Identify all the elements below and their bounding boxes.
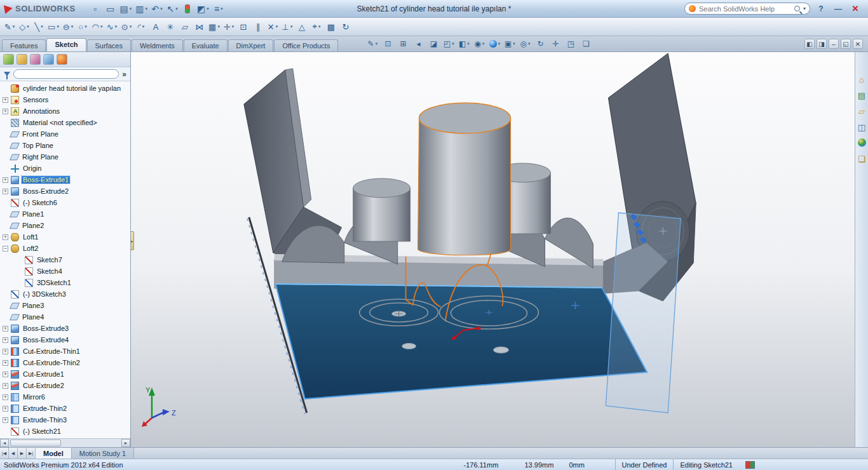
tree-item[interactable]: Top Plane [0,140,130,151]
point-tool[interactable]: ✳ [163,19,177,34]
grid-tool[interactable]: ▩ [324,19,338,34]
options-button[interactable]: ≡ [212,2,226,16]
displaymanager-tab[interactable] [57,54,67,65]
trim-entities-tool[interactable]: ✕ [266,19,280,34]
instant3d-tool[interactable]: ↻ [339,19,353,34]
tree-item[interactable]: + Sensors [0,94,130,105]
more-tabs-chevron[interactable]: » [122,70,126,79]
tree-item[interactable]: Plane1 [0,208,130,220]
arc-tool[interactable]: ◠ [90,19,104,34]
expand-toggle-icon[interactable]: + [3,326,8,332]
tree-item[interactable]: + Cut-Extrude-Thin2 [0,357,130,368]
tree-item[interactable]: + Boss-Extrude4 [0,334,130,346]
scrollbar-thumb[interactable] [10,440,61,446]
fillet-tool[interactable]: ◜ [134,19,148,34]
tree-item[interactable]: Sketch4 [0,265,130,277]
sketch-plane21[interactable] [606,213,681,413]
section-view-button[interactable]: ◪ [426,37,440,50]
tree-filter-input[interactable] [13,69,119,79]
zoom-to-fit-button[interactable]: ⊡ [381,37,395,50]
expand-toggle-icon[interactable]: + [3,109,8,114]
search-icon[interactable] [794,6,800,11]
tree-item[interactable]: cylinder head tutorial ile yapılan [0,83,130,94]
previous-view-button[interactable]: ◂ [411,37,425,50]
help-search-box[interactable]: ▾ [684,3,810,15]
appearances-icon[interactable]: ● [857,138,867,149]
tree-item[interactable]: Plane2 [0,220,130,231]
viewport-canvas[interactable]: Y Z [131,52,855,447]
display-style-button[interactable]: ◧ [457,37,471,50]
tab-scroll-prev[interactable]: ◀ [9,448,18,459]
configurationmanager-tab[interactable] [30,54,41,65]
tree-item[interactable]: 3DSketch1 [0,277,130,288]
search-dropdown-icon[interactable]: ▾ [803,6,806,11]
quick-snaps-tool[interactable]: ⌖ [309,19,323,34]
print-button[interactable]: ▥ [134,2,149,16]
sketch-tool[interactable]: ✎ [3,19,17,34]
expand-toggle-icon[interactable]: − [3,246,8,252]
design-library-icon[interactable]: ▤ [857,91,867,101]
exit-sketch-button[interactable]: ✎ [365,37,379,50]
expand-toggle-icon[interactable]: + [3,189,8,194]
convert-entities-tool[interactable]: ⊡ [236,19,250,34]
tree-item[interactable]: + Boss-Extrude3 [0,323,130,334]
3d-drawing-view-button[interactable]: ◳ [564,37,578,50]
dimxpertmanager-tab[interactable] [43,54,54,65]
tree-item[interactable]: + Mirror6 [0,391,130,403]
tree-item[interactable]: (-) Sketch21 [0,426,130,437]
edit-color-button[interactable]: ◩ [196,2,210,16]
tab-features[interactable]: Features [2,39,46,51]
quick-tips-icon[interactable] [745,461,755,469]
mirror-entities-tool[interactable]: ⋈ [193,19,207,34]
tree-item[interactable]: − Loft2 [0,243,130,254]
tree-item[interactable]: + Loft1 [0,231,130,243]
file-explorer-icon[interactable]: ▱ [857,107,867,117]
tree-item[interactable]: + Boss-Extrude1 [0,174,130,185]
undo-button[interactable]: ↶ [150,2,164,16]
tab-scroll-next[interactable]: ▶ [18,448,27,459]
smart-dimension-tool[interactable]: ◇ [17,19,31,34]
tree-item[interactable]: + Boss-Extrude2 [0,185,130,197]
tree-item[interactable]: Front Plane [0,128,130,140]
close-doc-button[interactable]: ✕ [853,39,863,49]
tree-horizontal-scrollbar[interactable]: ◂ ▸ [0,438,130,447]
close-button[interactable]: ✕ [849,3,862,15]
tab-office-products[interactable]: Office Products [274,39,338,51]
featuremanager-tab[interactable] [3,54,14,65]
expand-toggle-icon[interactable]: + [3,337,8,343]
tree-item[interactable]: + Extrude-Thin2 [0,403,130,414]
tree-item[interactable]: + Extrude-Thin3 [0,414,130,426]
search-input[interactable] [699,5,791,13]
tree-item[interactable]: Plane3 [0,300,130,311]
tab-surfaces[interactable]: Surfaces [87,39,131,51]
scroll-left-icon[interactable]: ◂ [0,439,9,447]
select-button[interactable]: ↖ [165,2,179,16]
repair-sketch-tool[interactable]: △ [295,19,309,34]
expand-toggle-icon[interactable]: + [3,406,8,412]
expand-toggle-icon[interactable]: + [3,234,8,240]
panel-splitter-handle[interactable]: ◂▸ [131,231,134,250]
ref-pane-button[interactable]: ◧ [804,39,815,49]
tree-item[interactable]: (-) Sketch6 [0,197,130,208]
edit-appearance-button[interactable]: ● [487,37,501,50]
graphics-viewport[interactable]: Y Z ◂▸ [131,52,855,447]
save-button[interactable]: ▤ [119,2,133,16]
expand-toggle-icon[interactable]: + [3,394,8,400]
tree-item[interactable]: Material <not specified> [0,117,130,128]
tree-item[interactable]: Origin [0,163,130,174]
expand-toggle-icon[interactable]: + [3,383,8,389]
pan-button[interactable]: ✛ [548,37,562,50]
expand-toggle-icon[interactable]: + [3,372,8,377]
circle-tool[interactable]: ○ [76,19,90,34]
tree-item[interactable]: (-) 3DSketch3 [0,288,130,300]
text-tool[interactable]: A [149,19,163,34]
offset-entities-tool[interactable]: ∥ [251,19,265,34]
move-entities-tool[interactable]: ✛ [222,19,236,34]
tab-scroll-first[interactable]: |◀ [0,448,9,459]
expand-toggle-icon[interactable]: + [3,417,8,423]
slot-tool[interactable]: ⊖ [61,19,75,34]
scroll-right-icon[interactable]: ▸ [121,439,130,447]
fullscreen-button[interactable]: ❏ [579,37,593,50]
tree-item[interactable]: Right Plane [0,151,130,163]
propertymanager-tab[interactable] [17,54,27,65]
